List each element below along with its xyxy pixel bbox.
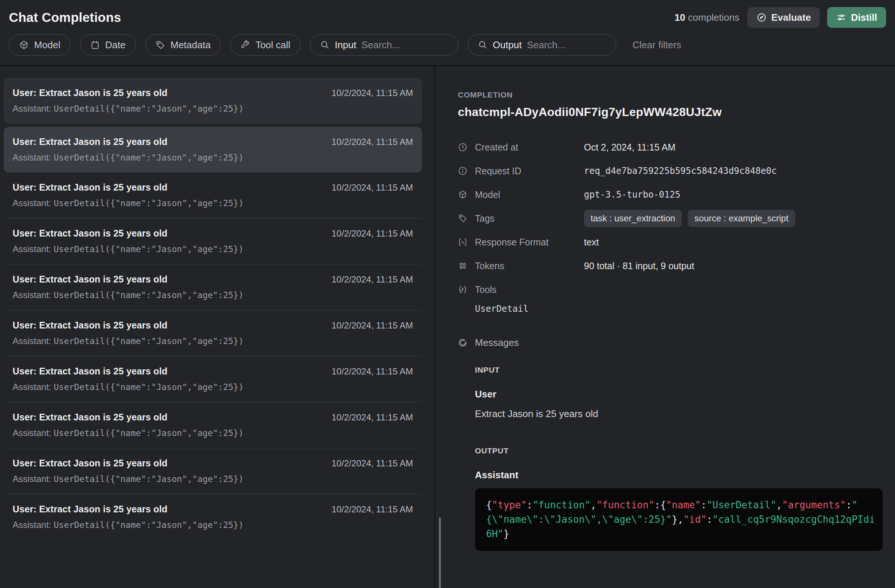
row-title-line: User: Extract Jason is 25 years old 10/2… xyxy=(13,366,413,377)
function-braces-icon xyxy=(458,285,467,294)
row-assistant-text: Assistant: UserDetail({"name":"Jason","a… xyxy=(13,474,413,484)
chat-bubble-icon xyxy=(458,338,467,348)
meta-value-tokens: 90 total · 81 input, 9 output xyxy=(584,261,694,271)
output-section-label: OUTPUT xyxy=(475,446,880,455)
meta-value-request-id: req_d4e7ba759225b595c584243d9c848e0c xyxy=(584,166,777,176)
main-content: User: Extract Jason is 25 years old 10/2… xyxy=(0,65,895,588)
tag-badge: source : example_script xyxy=(688,210,795,227)
model-cube-icon xyxy=(19,40,29,50)
row-assistant-text: Assistant: UserDetail({"name":"Jason","a… xyxy=(13,336,413,346)
messages-section-title: Messages xyxy=(475,337,519,349)
input-search-label: Input xyxy=(335,39,356,51)
completion-detail: COMPLETION chatcmpl-ADyAodii0NF7ig7yLepW… xyxy=(435,66,895,588)
model-cube-icon xyxy=(458,190,467,200)
completion-list-item[interactable]: User: Extract Jason is 25 years old 10/2… xyxy=(4,78,422,123)
meta-row-model: Model gpt-3.5-turbo-0125 xyxy=(458,183,880,206)
distill-icon xyxy=(836,12,846,23)
row-timestamp: 10/2/2024, 11:15 AM xyxy=(331,137,413,147)
meta-label: Response Format xyxy=(475,237,584,248)
completions-count-number: 10 xyxy=(674,12,685,23)
row-assistant-text: Assistant: UserDetail({"name":"Jason","a… xyxy=(13,152,413,163)
header: Chat Completions 10 completions Evaluate xyxy=(0,0,895,29)
wrench-icon xyxy=(240,40,250,50)
row-timestamp: 10/2/2024, 11:15 AM xyxy=(331,412,413,423)
output-role: Assistant xyxy=(475,469,880,481)
input-search-filter[interactable]: Input xyxy=(310,34,458,56)
input-role: User xyxy=(475,388,880,400)
evaluate-button[interactable]: Evaluate xyxy=(748,7,820,28)
completion-list-item[interactable]: User: Extract Jason is 25 years old 10/2… xyxy=(4,494,422,540)
evaluate-icon xyxy=(756,12,767,23)
row-title-line: User: Extract Jason is 25 years old 10/2… xyxy=(13,182,413,193)
completion-list-item[interactable]: User: Extract Jason is 25 years old 10/2… xyxy=(4,356,422,402)
distill-button[interactable]: Distill xyxy=(827,7,886,28)
meta-row-response-format: Response Format text xyxy=(458,230,880,254)
output-code: {"type":"function","function":{"name":"U… xyxy=(475,488,883,551)
row-user-text: User: Extract Jason is 25 years old xyxy=(13,366,168,377)
tag-badge: task : user_extraction xyxy=(584,210,682,227)
search-icon xyxy=(478,40,487,50)
info-icon xyxy=(458,166,467,176)
meta-value-response-format: text xyxy=(584,237,599,248)
tag-icon xyxy=(155,40,165,50)
row-user-text: User: Extract Jason is 25 years old xyxy=(13,136,168,147)
filter-tool-call[interactable]: Tool call xyxy=(230,34,300,56)
row-timestamp: 10/2/2024, 11:15 AM xyxy=(331,320,413,331)
clock-icon xyxy=(458,142,467,152)
completion-metadata: Created at Oct 2, 2024, 11:15 AM Request… xyxy=(458,135,880,302)
filter-tool-call-label: Tool call xyxy=(255,39,290,51)
evaluate-button-label: Evaluate xyxy=(771,12,811,23)
completions-count-label: completions xyxy=(688,12,740,23)
row-timestamp: 10/2/2024, 11:15 AM xyxy=(331,274,413,285)
meta-value-created-at: Oct 2, 2024, 11:15 AM xyxy=(584,142,675,153)
input-message-text: Extract Jason is 25 years old xyxy=(475,408,880,420)
row-user-text: User: Extract Jason is 25 years old xyxy=(13,504,168,515)
distill-button-label: Distill xyxy=(851,12,877,23)
completion-list-item[interactable]: User: Extract Jason is 25 years old 10/2… xyxy=(4,127,422,173)
tokens-icon xyxy=(458,261,467,271)
meta-value-model: gpt-3.5-turbo-0125 xyxy=(584,189,680,200)
row-title-line: User: Extract Jason is 25 years old 10/2… xyxy=(13,274,413,285)
meta-label: Tools xyxy=(475,284,584,295)
filter-date[interactable]: Date xyxy=(80,34,136,56)
row-user-text: User: Extract Jason is 25 years old xyxy=(13,320,168,331)
messages-body: INPUT User Extract Jason is 25 years old… xyxy=(475,365,880,551)
completion-list-item[interactable]: User: Extract Jason is 25 years old 10/2… xyxy=(4,173,422,218)
output-search-field[interactable] xyxy=(527,39,606,51)
row-user-text: User: Extract Jason is 25 years old xyxy=(13,458,168,468)
chat-completions-app: Chat Completions 10 completions Evaluate xyxy=(0,0,895,588)
completion-list-item[interactable]: User: Extract Jason is 25 years old 10/2… xyxy=(4,264,422,310)
row-assistant-text: Assistant: UserDetail({"name":"Jason","a… xyxy=(13,290,413,300)
meta-label: Tags xyxy=(475,213,584,224)
completion-list-item[interactable]: User: Extract Jason is 25 years old 10/2… xyxy=(4,402,422,448)
filter-metadata-label: Metadata xyxy=(171,39,211,51)
filter-model[interactable]: Model xyxy=(9,34,70,56)
meta-label: Tokens xyxy=(475,261,584,271)
clear-filters-button[interactable]: Clear filters xyxy=(633,39,681,51)
completion-list-item[interactable]: User: Extract Jason is 25 years old 10/2… xyxy=(4,310,422,356)
row-assistant-text: Assistant: UserDetail({"name":"Jason","a… xyxy=(13,428,413,438)
meta-label: Model xyxy=(475,189,584,200)
row-timestamp: 10/2/2024, 11:15 AM xyxy=(331,458,413,468)
row-assistant-text: Assistant: UserDetail({"name":"Jason","a… xyxy=(13,198,413,208)
output-search-filter[interactable]: Output xyxy=(468,34,616,56)
calendar-icon xyxy=(90,40,100,50)
row-timestamp: 10/2/2024, 11:15 AM xyxy=(331,88,413,98)
row-title-line: User: Extract Jason is 25 years old 10/2… xyxy=(13,228,413,239)
row-timestamp: 10/2/2024, 11:15 AM xyxy=(331,504,413,515)
scrollbar-thumb[interactable] xyxy=(439,518,441,588)
row-title-line: User: Extract Jason is 25 years old 10/2… xyxy=(13,320,413,331)
filter-metadata[interactable]: Metadata xyxy=(145,34,221,56)
meta-row-created-at: Created at Oct 2, 2024, 11:15 AM xyxy=(458,135,880,159)
row-title-line: User: Extract Jason is 25 years old 10/2… xyxy=(13,136,413,147)
completion-list-item[interactable]: User: Extract Jason is 25 years old 10/2… xyxy=(4,218,422,264)
completion-list-item[interactable]: User: Extract Jason is 25 years old 10/2… xyxy=(4,448,422,494)
row-title-line: User: Extract Jason is 25 years old 10/2… xyxy=(13,504,413,515)
row-assistant-text: Assistant: UserDetail({"name":"Jason","a… xyxy=(13,244,413,254)
row-assistant-text: Assistant: UserDetail({"name":"Jason","a… xyxy=(13,520,413,530)
messages-section-header: Messages xyxy=(458,337,880,349)
row-timestamp: 10/2/2024, 11:15 AM xyxy=(331,182,413,193)
input-search-field[interactable] xyxy=(361,39,448,51)
filter-bar: Model Date Metadata xyxy=(0,29,895,65)
meta-row-request-id: Request ID req_d4e7ba759225b595c584243d9… xyxy=(458,159,880,183)
